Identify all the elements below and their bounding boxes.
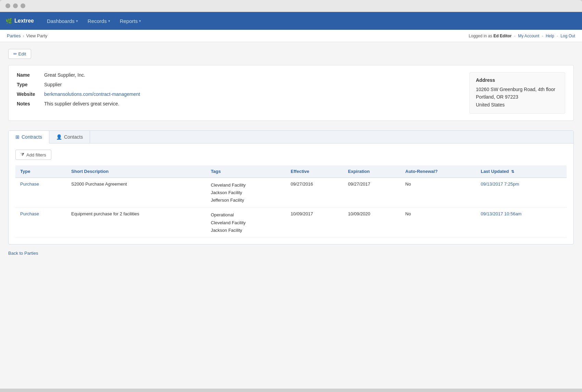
- row1-tags: Cleveland Facility Jackson Facility Jeff…: [206, 178, 286, 208]
- address-line1: 10260 SW Greenburg Road, 4th floor: [476, 86, 559, 93]
- row2-tag-0: Operational: [211, 211, 281, 219]
- nav-item-dashboards[interactable]: Dashboards ▾: [42, 12, 83, 30]
- th-effective: Effective: [286, 165, 343, 178]
- row2-type-link[interactable]: Purchase: [20, 211, 39, 216]
- address-line3: United States: [476, 101, 559, 109]
- notes-row: Notes This supplier delivers great servi…: [17, 101, 456, 106]
- traffic-light-maximize[interactable]: [21, 3, 25, 8]
- row1-effective: 09/27/2016: [286, 178, 343, 208]
- website-label: Website: [17, 91, 44, 97]
- th-auto-renewal: Auto-Renewal?: [401, 165, 476, 178]
- type-row: Type Supplier: [17, 82, 456, 87]
- website-link[interactable]: berkmansolutions.com/contract-management: [44, 91, 140, 97]
- edit-button[interactable]: ✏ Edit: [8, 49, 31, 59]
- main-content: ✏ Edit Name Great Supplier, Inc. Type Su…: [0, 42, 582, 263]
- header-row: Type Short Description Tags Effective Ex…: [15, 165, 567, 178]
- th-expiration: Expiration: [343, 165, 400, 178]
- sort-icon: ⇅: [511, 169, 514, 174]
- breadcrumb-separator: ›: [23, 34, 24, 38]
- row2-tags: Operational Cleveland Facility Jackson F…: [206, 208, 286, 238]
- nav-records-label: Records: [88, 18, 107, 24]
- type-value: Supplier: [44, 82, 62, 87]
- contracts-tab-content: ⧩ Add filters Type Short Description Tag…: [9, 143, 573, 244]
- row2-last-updated-link[interactable]: 09/13/2017 10:56am: [481, 211, 521, 216]
- back-to-parties-link[interactable]: Back to Parties: [8, 251, 38, 256]
- name-row: Name Great Supplier, Inc.: [17, 72, 456, 78]
- table-body: Purchase S2000 Purchase Agreement Clevel…: [15, 178, 567, 238]
- th-last-updated-label: Last Updated: [481, 169, 509, 174]
- tabs-header: ⊞ Contracts 👤 Contacts: [9, 131, 573, 143]
- row1-type-link[interactable]: Purchase: [20, 181, 39, 187]
- row1-expiration: 09/27/2017: [343, 178, 400, 208]
- address-section: Address 10260 SW Greenburg Road, 4th flo…: [469, 72, 565, 114]
- th-last-updated[interactable]: Last Updated ⇅: [476, 165, 567, 178]
- th-tags: Tags: [206, 165, 286, 178]
- app-container: 🌿 Lextree Dashboards ▾ Records ▾ Reports…: [0, 12, 582, 389]
- page-header: Parties › View Party Logged in as Ed Edi…: [0, 30, 582, 42]
- th-short-description: Short Description: [66, 165, 206, 178]
- nav-records-caret: ▾: [108, 19, 110, 23]
- address-text: 10260 SW Greenburg Road, 4th floor Portl…: [476, 86, 559, 109]
- notes-value: This supplier delivers great service.: [44, 101, 119, 106]
- nav-dashboards-label: Dashboards: [47, 18, 75, 24]
- th-type: Type: [15, 165, 66, 178]
- brand-icon: 🌿: [5, 18, 12, 24]
- logout-link[interactable]: Log Out: [560, 34, 575, 38]
- row1-auto-renewal: No: [401, 178, 476, 208]
- type-label: Type: [17, 82, 44, 87]
- nav-reports-label: Reports: [120, 18, 138, 24]
- breadcrumb: Parties › View Party: [7, 33, 47, 38]
- row1-tag-1: Jackson Facility: [211, 189, 281, 197]
- breadcrumb-current: View Party: [26, 33, 47, 38]
- my-account-link[interactable]: My Account: [518, 34, 539, 38]
- help-link[interactable]: Help: [546, 34, 554, 38]
- user-info-bar: Logged in as Ed Editor - My Account - He…: [469, 34, 575, 38]
- party-details: Name Great Supplier, Inc. Type Supplier …: [17, 72, 456, 114]
- contacts-tab-icon: 👤: [56, 134, 62, 140]
- row1-last-updated: 09/13/2017 7:25pm: [476, 178, 567, 208]
- contacts-tab-label: Contacts: [64, 134, 83, 140]
- table-row: Purchase S2000 Purchase Agreement Clevel…: [15, 178, 567, 208]
- filter-bar: ⧩ Add filters: [15, 150, 567, 160]
- row1-last-updated-link[interactable]: 09/13/2017 7:25pm: [481, 181, 519, 187]
- sep1: -: [514, 34, 516, 38]
- nav-dashboards-caret: ▾: [76, 19, 78, 23]
- contracts-table: Type Short Description Tags Effective Ex…: [15, 165, 567, 238]
- filter-button-label: Add filters: [26, 152, 46, 157]
- row1-tag-2: Jefferson Facility: [211, 197, 281, 204]
- address-line2: Portland, OR 97223: [476, 93, 559, 101]
- nav-item-reports[interactable]: Reports ▾: [115, 12, 146, 30]
- traffic-light-close[interactable]: [5, 3, 10, 8]
- traffic-light-minimize[interactable]: [13, 3, 18, 8]
- window-chrome: [0, 0, 582, 12]
- row2-tag-2: Jackson Facility: [211, 227, 281, 234]
- tab-contacts[interactable]: 👤 Contacts: [49, 131, 90, 143]
- nav-reports-caret: ▾: [139, 19, 141, 23]
- address-label: Address: [476, 77, 559, 83]
- filter-icon: ⧩: [21, 152, 24, 157]
- navbar-brand[interactable]: 🌿 Lextree: [5, 18, 34, 24]
- row2-description: Equipment purchase for 2 facilities: [66, 208, 206, 238]
- row2-expiration: 10/09/2020: [343, 208, 400, 238]
- breadcrumb-parties-link[interactable]: Parties: [7, 33, 21, 38]
- nav-item-records[interactable]: Records ▾: [83, 12, 115, 30]
- logged-in-text: Logged in as: [469, 34, 492, 38]
- name-label: Name: [17, 72, 44, 78]
- row1-type: Purchase: [15, 178, 66, 208]
- row1-tag-0: Cleveland Facility: [211, 181, 281, 189]
- row2-auto-renewal: No: [401, 208, 476, 238]
- sep2: -: [542, 34, 543, 38]
- tabs-container: ⊞ Contracts 👤 Contacts ⧩ Add filters: [8, 130, 574, 244]
- brand-name: Lextree: [14, 18, 34, 24]
- table-header: Type Short Description Tags Effective Ex…: [15, 165, 567, 178]
- contracts-tab-icon: ⊞: [15, 134, 20, 140]
- sep3: -: [557, 34, 558, 38]
- user-name: Ed Editor: [493, 34, 511, 38]
- name-value: Great Supplier, Inc.: [44, 72, 85, 78]
- navbar: 🌿 Lextree Dashboards ▾ Records ▾ Reports…: [0, 12, 582, 30]
- contracts-tab-label: Contracts: [22, 134, 42, 140]
- add-filters-button[interactable]: ⧩ Add filters: [15, 150, 51, 160]
- row2-type: Purchase: [15, 208, 66, 238]
- party-info-card: Name Great Supplier, Inc. Type Supplier …: [8, 65, 574, 121]
- tab-contracts[interactable]: ⊞ Contracts: [9, 131, 49, 143]
